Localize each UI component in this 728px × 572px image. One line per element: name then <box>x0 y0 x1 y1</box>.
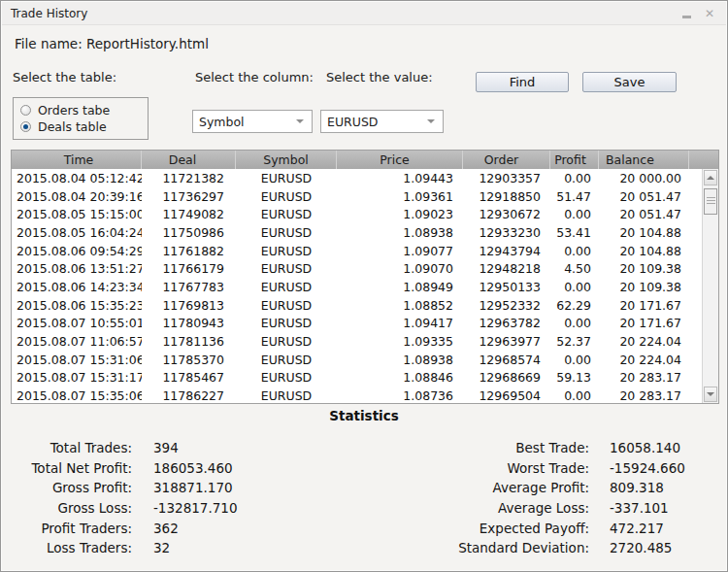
table-cell-order: 12903357 <box>463 171 550 185</box>
table-cell-deal: 11781136 <box>142 334 236 349</box>
table-cell-order: 12968574 <box>463 353 550 367</box>
window-title: Trade History <box>11 7 87 20</box>
table-cell-balance: 20 109.38 <box>599 280 689 294</box>
column-header-balance[interactable]: Balance <box>599 151 689 169</box>
table-cell-time: 2015.08.05 15:15:00 <box>12 207 142 221</box>
table-cell-deal: 11769813 <box>142 298 236 313</box>
table-row[interactable]: 2015.08.07 11:06:5711781136EURUSD1.09335… <box>12 332 702 351</box>
select-column-label: Select the column: <box>195 70 314 84</box>
table-cell-balance: 20 224.04 <box>599 353 689 367</box>
table-cell-time: 2015.08.06 13:51:27 <box>12 261 142 276</box>
table-row[interactable]: 2015.08.05 16:04:2411750986EURUSD1.08938… <box>12 223 702 242</box>
chevron-down-icon <box>427 119 435 123</box>
table-cell-price: 1.09077 <box>337 244 463 258</box>
stat-value: 809.318 <box>610 480 717 495</box>
statistics-left-column: Total Trades:394Total Net Profit:186053.… <box>13 438 352 558</box>
table-cell-symbol: EURUSD <box>236 353 337 367</box>
column-header-deal[interactable]: Deal <box>142 151 236 169</box>
table-cell-profit: 51.47 <box>550 189 599 204</box>
table-cell-balance: 20 000.00 <box>599 171 689 185</box>
column-header-price[interactable]: Price <box>337 151 463 169</box>
column-header-order[interactable]: Order <box>463 151 550 169</box>
stat-value: 32 <box>153 540 352 555</box>
table-row[interactable]: 2015.08.07 15:35:0611786227EURUSD1.08736… <box>12 387 702 404</box>
stat-row-loss-traders-: Loss Traders:32 <box>13 538 352 558</box>
stat-value: 472.217 <box>610 521 717 536</box>
stat-label: Gross Profit: <box>13 480 132 495</box>
table-cell-profit: 0.00 <box>550 280 599 294</box>
table-cell-symbol: EURUSD <box>236 298 337 313</box>
table-row[interactable]: 2015.08.04 20:39:1611736297EURUSD1.09361… <box>12 187 702 206</box>
column-dropdown[interactable]: Symbol <box>192 110 313 133</box>
table-cell-balance: 20 283.17 <box>599 388 689 403</box>
table-cell-profit: 0.00 <box>550 388 599 403</box>
table-row[interactable]: 2015.08.06 14:23:3411767783EURUSD1.08949… <box>12 278 702 296</box>
stat-label: Best Trade: <box>368 440 589 455</box>
stat-label: Standard Deviation: <box>368 540 589 555</box>
minimize-button[interactable] <box>678 6 694 21</box>
stat-value: 394 <box>153 440 352 455</box>
table-cell-price: 1.08736 <box>337 388 463 403</box>
table-cell-deal: 11736297 <box>142 189 236 204</box>
table-cell-order: 12943794 <box>463 244 550 258</box>
stat-label: Total Net Profit: <box>13 460 132 476</box>
save-button[interactable]: Save <box>582 72 677 92</box>
table-cell-symbol: EURUSD <box>236 261 337 276</box>
table-cell-profit: 53.41 <box>550 225 599 240</box>
stat-label: Average Profit: <box>368 480 589 495</box>
table-cell-time: 2015.08.07 15:35:06 <box>12 388 142 403</box>
arrow-up-icon <box>707 176 714 180</box>
table-cell-profit: 0.00 <box>550 244 599 258</box>
table-cell-order: 12963782 <box>463 316 550 330</box>
stat-value: 362 <box>153 521 352 536</box>
table-row[interactable]: 2015.08.04 05:12:4211721382EURUSD1.09443… <box>12 169 702 187</box>
table-cell-price: 1.08938 <box>337 225 463 240</box>
table-cell-symbol: EURUSD <box>236 334 337 349</box>
value-dropdown[interactable]: EURUSD <box>320 110 444 133</box>
table-row[interactable]: 2015.08.06 15:35:2311769813EURUSD1.08852… <box>12 296 702 315</box>
statistics-title: Statistics <box>1 408 727 423</box>
table-cell-order: 12952332 <box>463 298 550 313</box>
table-row[interactable]: 2015.08.07 15:31:1711785467EURUSD1.08846… <box>12 369 702 387</box>
table-cell-deal: 11785370 <box>142 353 236 367</box>
stat-label: Worst Trade: <box>368 460 589 476</box>
chevron-down-icon <box>296 119 304 123</box>
table-cell-price: 1.09023 <box>337 207 463 221</box>
stat-value: -132817.710 <box>153 500 352 516</box>
stat-label: Profit Traders: <box>13 521 132 536</box>
scroll-down-button[interactable] <box>704 387 717 402</box>
select-table-label: Select the table: <box>13 70 116 84</box>
table-cell-balance: 20 109.38 <box>599 261 689 276</box>
table-cell-price: 1.08949 <box>337 280 463 294</box>
table-cell-profit: 62.29 <box>550 298 599 313</box>
table-cell-deal: 11766179 <box>142 261 236 276</box>
radio-label: Deals table <box>38 119 107 134</box>
find-button[interactable]: Find <box>476 72 569 92</box>
table-row[interactable]: 2015.08.06 13:51:2711766179EURUSD1.09070… <box>12 259 702 278</box>
column-header-symbol[interactable]: Symbol <box>236 151 337 169</box>
close-button[interactable]: ✕ <box>702 6 717 21</box>
title-bar: Trade History ✕ <box>2 2 726 25</box>
table-cell-time: 2015.08.06 15:35:23 <box>12 298 142 313</box>
table-cell-symbol: EURUSD <box>236 316 337 330</box>
table-row[interactable]: 2015.08.07 10:55:0111780943EURUSD1.09417… <box>12 315 702 333</box>
file-name-label: File name: ReportHistory.html <box>15 36 209 51</box>
table-row[interactable]: 2015.08.06 09:54:2911761882EURUSD1.09077… <box>12 242 702 260</box>
radio-option-deals-table[interactable]: Deals table <box>20 118 148 135</box>
radio-option-orders-tabe[interactable]: Orders tabe <box>20 102 148 118</box>
stat-value: 318871.170 <box>153 480 352 495</box>
table-cell-profit: 0.00 <box>550 316 599 330</box>
table-row[interactable]: 2015.08.07 15:31:0611785370EURUSD1.08938… <box>12 351 702 369</box>
stat-row-gross-loss-: Gross Loss:-132817.710 <box>13 498 352 519</box>
scroll-up-button[interactable] <box>704 170 717 185</box>
stat-row-best-trade-: Best Trade:16058.140 <box>368 438 717 458</box>
vertical-scrollbar[interactable] <box>702 169 718 403</box>
table-cell-deal: 11780943 <box>142 316 236 330</box>
stat-value: 186053.460 <box>153 460 352 476</box>
column-header-profit[interactable]: Profit <box>550 151 599 169</box>
table-cell-profit: 4.50 <box>550 261 599 276</box>
table-cell-deal: 11786227 <box>142 388 236 403</box>
scrollbar-thumb[interactable] <box>704 188 717 215</box>
table-row[interactable]: 2015.08.05 15:15:0011749082EURUSD1.09023… <box>12 205 702 223</box>
column-header-time[interactable]: Time <box>12 151 142 169</box>
